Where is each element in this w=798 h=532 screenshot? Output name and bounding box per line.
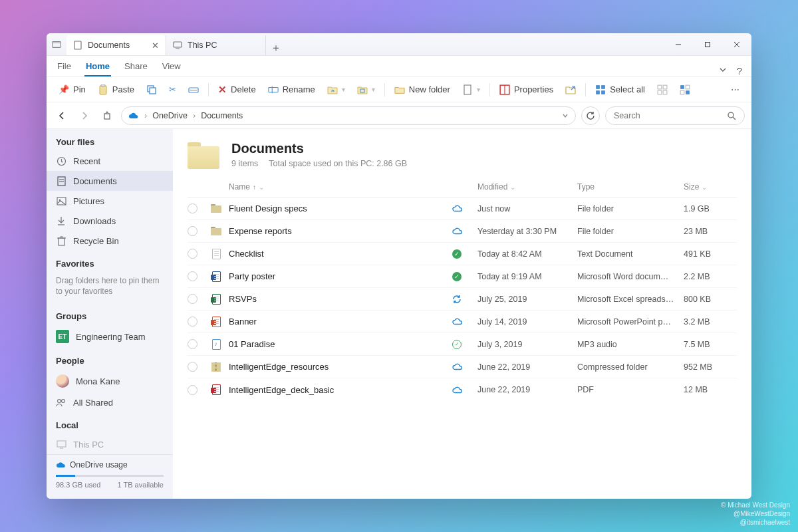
file-size: 800 KB bbox=[684, 295, 737, 304]
sidebar-item-recyclebin[interactable]: Recycle Bin bbox=[47, 231, 173, 251]
window-tabs: Documents ✕ This PC ＋ bbox=[66, 33, 664, 55]
navbar: › OneDrive › Documents bbox=[47, 102, 751, 129]
file-type: Text Document bbox=[577, 249, 684, 259]
sidebar-item-allshared[interactable]: All Shared bbox=[47, 392, 173, 412]
select-checkbox[interactable] bbox=[188, 271, 198, 281]
search-input[interactable] bbox=[614, 111, 727, 120]
sidebar-item-group[interactable]: ETEngineering Team bbox=[47, 325, 173, 348]
svg-rect-29 bbox=[663, 90, 667, 94]
close-button[interactable] bbox=[722, 33, 751, 55]
sidebar-item-person[interactable]: Mona Kane bbox=[47, 370, 173, 392]
column-size[interactable]: Size⌄ bbox=[684, 182, 737, 192]
menu-view[interactable]: View bbox=[161, 57, 182, 76]
maximize-button[interactable] bbox=[693, 33, 722, 55]
table-row[interactable]: Checklist✓Today at 8:42 AMText Document4… bbox=[188, 243, 737, 265]
chevron-down-icon[interactable] bbox=[562, 112, 569, 119]
svg-rect-33 bbox=[686, 90, 690, 94]
properties-button[interactable]: Properties bbox=[494, 82, 559, 98]
select-checkbox[interactable] bbox=[188, 317, 198, 327]
help-button[interactable]: ? bbox=[737, 65, 742, 76]
tab-documents[interactable]: Documents ✕ bbox=[66, 35, 166, 55]
table-row[interactable]: Party poster✓Today at 9:19 AMMicrosoft W… bbox=[188, 265, 737, 288]
new-tab-button[interactable]: ＋ bbox=[266, 41, 286, 55]
svg-rect-28 bbox=[658, 90, 662, 94]
sidebar-item-documents[interactable]: Documents bbox=[47, 171, 173, 191]
svg-rect-1 bbox=[53, 41, 61, 43]
sidebar-item-recent[interactable]: Recent bbox=[47, 151, 173, 171]
close-icon[interactable]: ✕ bbox=[152, 41, 159, 51]
sidebar-item-downloads[interactable]: Downloads bbox=[47, 211, 173, 231]
svg-rect-10 bbox=[101, 84, 105, 86]
column-modified[interactable]: Modified⌄ bbox=[477, 182, 577, 192]
breadcrumb-item[interactable]: OneDrive bbox=[152, 111, 188, 120]
invertselect-button[interactable] bbox=[674, 82, 696, 98]
search-bar[interactable] bbox=[605, 106, 745, 125]
selectall-button[interactable]: Select all bbox=[590, 82, 650, 98]
synced-status-icon: ✓ bbox=[452, 249, 462, 259]
newfolder-button[interactable]: New folder bbox=[389, 82, 456, 98]
address-bar[interactable]: › OneDrive › Documents bbox=[121, 106, 576, 125]
select-checkbox[interactable] bbox=[188, 362, 198, 372]
breadcrumb-item[interactable]: Documents bbox=[201, 111, 243, 120]
table-row[interactable]: IntelligentEdge_deck_basicJune 22, 2019P… bbox=[188, 378, 737, 401]
table-row[interactable]: IntelligentEdge_resourcesJune 22, 2019Co… bbox=[188, 356, 737, 378]
select-checkbox[interactable] bbox=[188, 339, 198, 349]
select-checkbox[interactable] bbox=[188, 385, 198, 395]
select-checkbox[interactable] bbox=[188, 226, 198, 236]
table-row[interactable]: Expense reportsYesterday at 3:30 PMFile … bbox=[188, 220, 737, 243]
table-row[interactable]: Fluent Design specsJust nowFile folder1.… bbox=[188, 198, 737, 220]
file-name: Banner bbox=[229, 317, 452, 327]
sidebar-item-thispc[interactable]: This PC bbox=[47, 434, 173, 454]
file-type: Microsoft Excel spreads… bbox=[577, 295, 684, 304]
column-type[interactable]: Type bbox=[577, 182, 684, 192]
copy-button[interactable] bbox=[141, 82, 162, 98]
file-type: MP3 audio bbox=[577, 340, 684, 349]
menu-home[interactable]: Home bbox=[84, 57, 111, 76]
file-name: IntelligentEdge_deck_basic bbox=[229, 385, 452, 395]
table-row[interactable]: BannerJuly 14, 2019Microsoft PowerPoint … bbox=[188, 311, 737, 333]
search-icon bbox=[727, 111, 736, 120]
file-size: 491 KB bbox=[684, 249, 737, 259]
rename-button[interactable]: Rename bbox=[263, 82, 321, 98]
sidebar-item-pictures[interactable]: Pictures bbox=[47, 191, 173, 211]
window-controls bbox=[664, 33, 751, 55]
file-name: RSVPs bbox=[229, 294, 452, 304]
file-modified: Today at 8:42 AM bbox=[477, 249, 577, 259]
menu-file[interactable]: File bbox=[56, 57, 72, 76]
column-name[interactable]: Name↑⌄ bbox=[229, 182, 452, 192]
cut-button[interactable]: ✂ bbox=[164, 82, 182, 97]
table-row[interactable]: 01 Paradise✓July 3, 2019MP3 audio7.5 MB bbox=[188, 333, 737, 356]
minimize-button[interactable] bbox=[664, 33, 693, 55]
tab-thispc[interactable]: This PC bbox=[166, 35, 266, 55]
page-title: Documents bbox=[231, 141, 407, 156]
table-row[interactable]: RSVPsJuly 25, 2019Microsoft Excel spread… bbox=[188, 288, 737, 311]
select-checkbox[interactable] bbox=[188, 203, 198, 213]
up-button[interactable] bbox=[98, 107, 116, 124]
download-icon bbox=[56, 215, 66, 226]
clock-icon bbox=[56, 156, 66, 166]
copyto-button[interactable]: ▾ bbox=[352, 82, 380, 98]
file-modified: July 14, 2019 bbox=[477, 317, 577, 327]
menu-share[interactable]: Share bbox=[123, 57, 149, 76]
word-file-icon bbox=[212, 271, 221, 282]
pc-icon bbox=[56, 439, 66, 450]
paste-button[interactable]: Paste bbox=[92, 82, 140, 98]
ribbon-collapse-button[interactable] bbox=[718, 65, 728, 76]
file-modified: June 22, 2019 bbox=[477, 385, 577, 394]
copy-path-button[interactable] bbox=[183, 82, 204, 98]
file-modified: June 22, 2019 bbox=[477, 362, 577, 372]
ribbon-overflow-button[interactable]: ⋯ bbox=[726, 82, 745, 97]
selectnone-button[interactable] bbox=[652, 82, 673, 98]
new-item-icon bbox=[462, 84, 473, 95]
moveto-button[interactable]: ▾ bbox=[322, 82, 350, 98]
select-checkbox[interactable] bbox=[188, 249, 198, 259]
copy-icon bbox=[146, 84, 157, 95]
refresh-button[interactable] bbox=[581, 106, 600, 125]
back-button[interactable] bbox=[53, 107, 70, 124]
select-checkbox[interactable] bbox=[188, 294, 198, 304]
newitem-button[interactable]: ▾ bbox=[457, 82, 485, 98]
forward-button[interactable] bbox=[76, 107, 93, 124]
open-button[interactable] bbox=[560, 82, 581, 98]
pin-button[interactable]: 📌Pin bbox=[53, 82, 91, 97]
delete-button[interactable]: ✕Delete bbox=[213, 81, 261, 98]
